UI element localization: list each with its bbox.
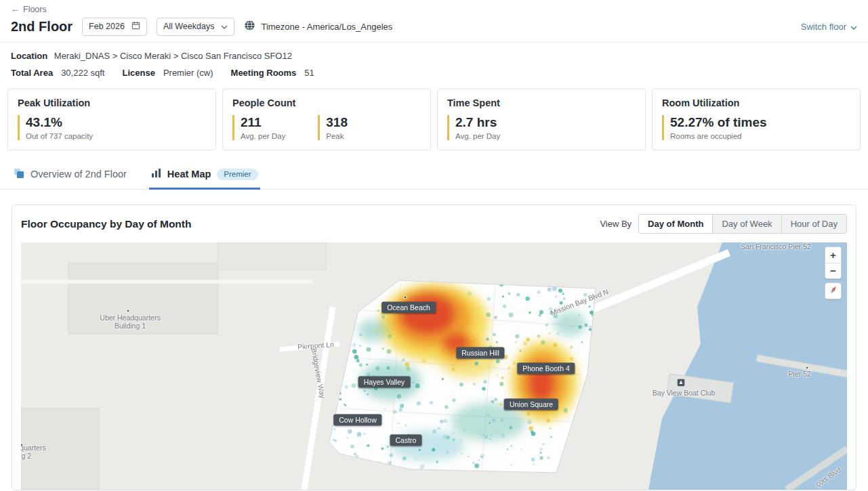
weekday-filter-dropdown[interactable]: All Weekdays (157, 18, 235, 36)
room-utilization-card: Room Utilization 52.27% of times Rooms a… (652, 89, 861, 150)
weekday-filter-value: All Weekdays (163, 22, 215, 31)
license-value: Premier (cw) (163, 68, 213, 78)
time-spent-card: Time Spent 2.7 hrs Avg. per Day (437, 89, 646, 150)
globe-icon (244, 20, 255, 33)
map-marker-dot (404, 295, 407, 299)
metric: 211 Avg. per Day (232, 115, 285, 140)
metric-value: 43.1% (26, 115, 93, 130)
room-label-ocean-beach: Ocean Beach (381, 301, 436, 313)
meeting-rooms: Meeting Rooms 51 (231, 68, 314, 78)
room-label-hayes-valley: Hayes Valley (358, 376, 411, 387)
meeting-rooms-label: Meeting Rooms (231, 68, 297, 78)
zoom-out-button[interactable]: − (825, 263, 841, 278)
back-arrow-icon: ← (11, 4, 20, 14)
license-label: License (122, 68, 154, 78)
map-marker-dot (806, 366, 809, 369)
view-by-day-of-week[interactable]: Day of Week (712, 215, 781, 233)
title-row: 2nd Floor Feb 2026 All Weekdays (11, 16, 857, 37)
compass-icon (829, 285, 838, 297)
map-controls: + − (825, 247, 842, 299)
map-label-san-francisco-pier-52: San Francisco Pier 52 (741, 242, 810, 251)
room-label-cow-hollow: Cow Hollow (333, 414, 381, 425)
tab-overview-label: Overview of 2nd Floor (30, 169, 127, 179)
bar-chart-icon (151, 168, 161, 180)
metric: 43.1% Out of 737 capacity (18, 115, 93, 140)
view-by-hour-of-day[interactable]: Hour of Day (781, 215, 846, 233)
chevron-down-icon (850, 22, 857, 32)
room-label-castro: Castro (390, 434, 422, 446)
floor-meta-row: Total Area 30,222 sqft License Premier (… (11, 68, 857, 78)
metric-label: Avg. per Day (455, 132, 500, 140)
tab-bar: Overview of 2nd Floor Heat Map Premier (0, 163, 868, 190)
total-area-value: 30,222 sqft (61, 68, 104, 78)
location-breadcrumb: Location Meraki_DNAS > Cisco Meraki > Ci… (11, 51, 857, 61)
panel-title: Floor Occupancy by Day of Month (21, 218, 191, 230)
heat-map-canvas[interactable]: San Francisco Pier 52 Uber Headquarters … (21, 242, 847, 490)
tab-heatmap-label: Heat Map (167, 169, 211, 179)
metric: 2.7 hrs Avg. per Day (447, 115, 500, 140)
map-label-bay-view-boat-club: Bay View Boat Club (653, 389, 716, 397)
boat-club-icon (678, 378, 685, 388)
meeting-rooms-value: 51 (304, 68, 314, 78)
back-to-floors-link[interactable]: ← Floors (11, 4, 47, 14)
map-label-uber-hq-building-1: Uber Headquarters Building 1 (96, 314, 164, 330)
metric: 52.27% of times Rooms are occupied (662, 115, 767, 140)
back-label: Floors (23, 5, 47, 14)
overview-icon (14, 168, 24, 181)
app-root: ← Floors 2nd Floor Feb 2026 All Weekdays (0, 0, 868, 490)
card-title: Peak Utilization (18, 98, 206, 108)
heatmap-panel: Floor Occupancy by Day of Month View By … (12, 205, 856, 490)
location-value: Meraki_DNAS > Cisco Meraki > Cisco San F… (54, 51, 292, 61)
peak-utilization-card: Peak Utilization 43.1% Out of 737 capaci… (7, 89, 216, 150)
map-marker-dot (127, 309, 130, 312)
premier-badge: Premier (217, 169, 257, 180)
view-by-control: View By Day of Month Day of Week Hour of… (600, 214, 847, 234)
card-title: Room Utilization (662, 98, 850, 108)
view-by-day-of-month[interactable]: Day of Month (639, 215, 712, 233)
date-picker[interactable]: Feb 2026 (82, 18, 147, 36)
metric-value: 2.7 hrs (455, 115, 500, 130)
metric-value: 318 (326, 115, 348, 130)
total-area: Total Area 30,222 sqft (11, 68, 104, 78)
page-title: 2nd Floor (11, 19, 73, 35)
metric-value: 211 (241, 115, 285, 130)
card-title: Time Spent (447, 98, 636, 108)
timezone-label: Timezone - America/Los_Angeles (261, 22, 392, 32)
compass-reset-button[interactable] (825, 282, 842, 299)
map-graphics (21, 242, 847, 490)
panel-header: Floor Occupancy by Day of Month View By … (21, 214, 847, 234)
switch-floor-button[interactable]: Switch floor (801, 22, 857, 32)
chevron-down-icon (221, 22, 228, 31)
metric-label: Out of 737 capacity (26, 132, 93, 140)
timezone-display: Timezone - America/Los_Angeles (244, 20, 392, 33)
calendar-icon (131, 21, 140, 32)
topbar: ← Floors 2nd Floor Feb 2026 All Weekdays (0, 0, 868, 43)
metric: 318 Peak (318, 115, 348, 140)
date-value: Feb 2026 (89, 22, 125, 31)
room-label-phone-booth-4: Phone Booth 4 (517, 362, 575, 374)
view-by-segmented: Day of Month Day of Week Hour of Day (638, 214, 847, 234)
metric-value: 52.27% of times (670, 115, 767, 130)
license: License Premier (cw) (122, 68, 213, 78)
tab-overview[interactable]: Overview of 2nd Floor (12, 163, 129, 190)
card-title: People Count (232, 98, 421, 108)
room-label-union-square: Union Square (504, 398, 558, 410)
map-label-uber-hq-building-2: Uber Headquarters Building 2 (21, 444, 49, 460)
people-count-card: People Count 211 Avg. per Day 318 Peak (222, 89, 431, 150)
metric-label: Avg. per Day (241, 132, 285, 140)
metric-label: Peak (326, 132, 348, 140)
location-label: Location (11, 51, 47, 61)
total-area-label: Total Area (11, 68, 53, 78)
map-label-pier-52: Pier 52 (788, 370, 810, 378)
room-label-russian-hill: Russian Hill (456, 347, 504, 358)
switch-floor-label: Switch floor (801, 22, 846, 32)
tab-heat-map[interactable]: Heat Map Premier (149, 163, 260, 190)
metric-label: Rooms are occupied (670, 132, 767, 140)
floor-info: Location Meraki_DNAS > Cisco Meraki > Ci… (0, 43, 868, 78)
stat-cards: Peak Utilization 43.1% Out of 737 capaci… (7, 89, 861, 150)
zoom-in-button[interactable]: + (825, 247, 841, 263)
view-by-label: View By (600, 219, 632, 229)
